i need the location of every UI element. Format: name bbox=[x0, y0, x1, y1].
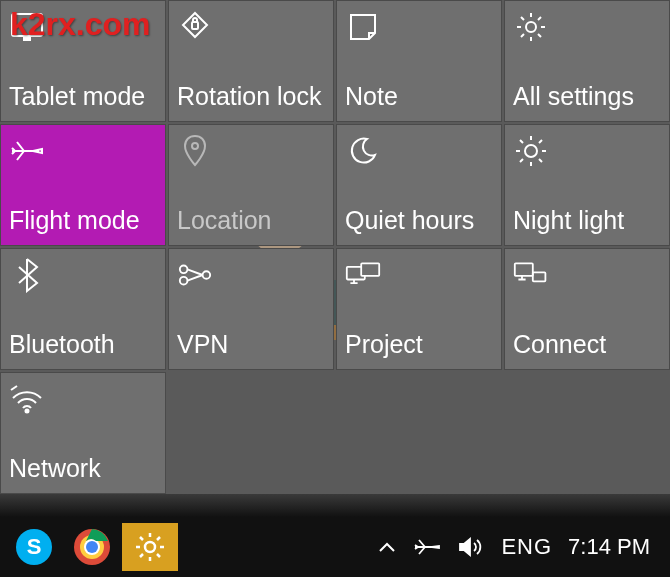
tile-location[interactable]: Location bbox=[168, 124, 334, 246]
svg-point-12 bbox=[525, 145, 537, 157]
svg-text:S: S bbox=[27, 534, 42, 559]
connect-icon bbox=[513, 257, 549, 293]
project-icon bbox=[345, 257, 381, 293]
system-tray: ENG 7:14 PM bbox=[377, 534, 664, 560]
svg-rect-18 bbox=[515, 263, 533, 276]
gear-icon bbox=[513, 9, 549, 45]
vpn-icon bbox=[177, 257, 213, 293]
location-icon bbox=[177, 133, 213, 169]
blur-divider bbox=[0, 494, 670, 517]
tray-clock[interactable]: 7:14 PM bbox=[568, 534, 650, 560]
tile-label: Network bbox=[9, 454, 101, 483]
empty-tile bbox=[168, 372, 334, 494]
svg-point-13 bbox=[180, 266, 188, 274]
svg-point-14 bbox=[180, 277, 188, 285]
tile-label: Tablet mode bbox=[9, 82, 145, 111]
wifi-icon bbox=[9, 381, 45, 417]
tile-label: All settings bbox=[513, 82, 634, 111]
tile-label: Night light bbox=[513, 206, 624, 235]
empty-tile bbox=[504, 372, 670, 494]
svg-rect-9 bbox=[192, 22, 198, 29]
taskbar-app-skype[interactable]: S bbox=[6, 523, 62, 571]
tile-night-light[interactable]: Night light bbox=[504, 124, 670, 246]
svg-rect-19 bbox=[533, 272, 546, 281]
tile-label: Bluetooth bbox=[9, 330, 115, 359]
svg-point-15 bbox=[203, 271, 211, 279]
svg-point-27 bbox=[145, 542, 155, 552]
tray-chevron-up-icon[interactable] bbox=[377, 540, 397, 554]
sun-icon bbox=[513, 133, 549, 169]
tray-language[interactable]: ENG bbox=[501, 534, 552, 560]
rotation-lock-icon bbox=[177, 9, 213, 45]
svg-point-10 bbox=[526, 22, 536, 32]
taskbar-app-chrome[interactable] bbox=[64, 523, 120, 571]
tile-label: Rotation lock bbox=[177, 82, 322, 111]
airplane-icon bbox=[9, 133, 45, 169]
watermark-text: k2rx.com bbox=[10, 6, 151, 43]
bluetooth-icon bbox=[9, 257, 45, 293]
quick-actions-panel: Tablet mode Rotation lock Note A bbox=[0, 0, 670, 494]
tray-airplane-icon[interactable] bbox=[413, 535, 441, 559]
empty-tile bbox=[336, 372, 502, 494]
tile-label: Quiet hours bbox=[345, 206, 474, 235]
tile-network[interactable]: Network bbox=[0, 372, 166, 494]
tile-vpn[interactable]: VPN bbox=[168, 248, 334, 370]
svg-point-26 bbox=[86, 541, 98, 553]
tile-label: Flight mode bbox=[9, 206, 140, 235]
tile-label: VPN bbox=[177, 330, 228, 359]
tile-all-settings[interactable]: All settings bbox=[504, 0, 670, 122]
tile-label: Connect bbox=[513, 330, 606, 359]
svg-rect-17 bbox=[361, 263, 379, 276]
moon-icon bbox=[345, 133, 381, 169]
tray-volume-icon[interactable] bbox=[457, 535, 485, 559]
tile-quiet-hours[interactable]: Quiet hours bbox=[336, 124, 502, 246]
tile-bluetooth[interactable]: Bluetooth bbox=[0, 248, 166, 370]
svg-point-20 bbox=[26, 410, 29, 413]
tile-label: Location bbox=[177, 206, 272, 235]
svg-point-11 bbox=[192, 143, 198, 149]
tile-label: Note bbox=[345, 82, 398, 111]
tile-note[interactable]: Note bbox=[336, 0, 502, 122]
tile-label: Project bbox=[345, 330, 423, 359]
note-icon bbox=[345, 9, 381, 45]
tile-rotation-lock[interactable]: Rotation lock bbox=[168, 0, 334, 122]
tile-project[interactable]: Project bbox=[336, 248, 502, 370]
tile-connect[interactable]: Connect bbox=[504, 248, 670, 370]
taskbar-app-settings[interactable] bbox=[122, 523, 178, 571]
tile-flight-mode[interactable]: Flight mode bbox=[0, 124, 166, 246]
taskbar: S bbox=[0, 517, 670, 577]
